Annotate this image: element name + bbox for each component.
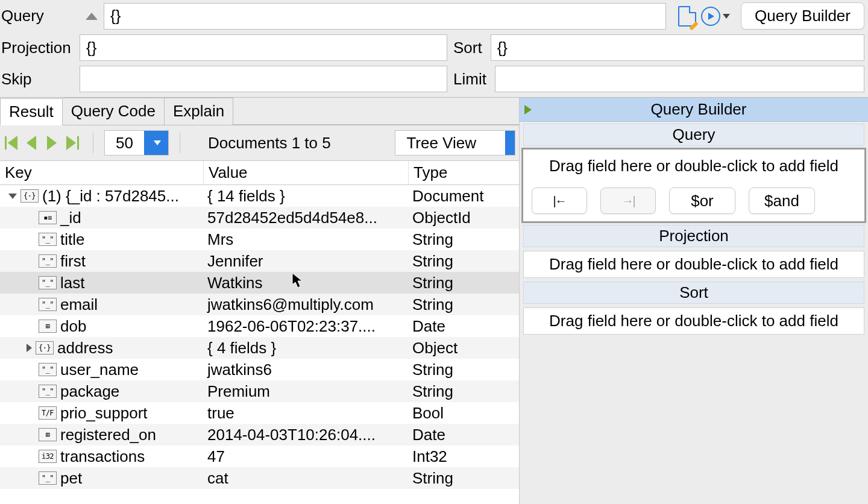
- tab-result[interactable]: Result: [0, 98, 63, 125]
- tree-row[interactable]: T/Fprio_supporttrueBool: [0, 402, 519, 424]
- tree-value: true: [204, 402, 409, 424]
- type-badge-icon: "_": [39, 298, 57, 311]
- chevron-down-icon[interactable]: [8, 194, 17, 199]
- projection-input[interactable]: [80, 34, 447, 61]
- type-badge-icon: ⊞: [39, 428, 57, 441]
- tree-type: String: [409, 250, 519, 272]
- tree-key-cell: "_"last: [0, 272, 204, 294]
- tree-key: registered_on: [60, 424, 156, 446]
- chevron-down-icon: [144, 131, 168, 155]
- toolbar-separator: [93, 133, 93, 153]
- tree-value: Premium: [204, 380, 409, 402]
- edit-query-icon[interactable]: [673, 4, 701, 28]
- query-builder-button[interactable]: Query Builder: [741, 2, 864, 30]
- tree-key: pet: [60, 467, 82, 489]
- tree-header: Key Value Type: [0, 161, 519, 185]
- skip-input[interactable]: [80, 66, 447, 92]
- prev-page-icon[interactable]: [22, 133, 41, 153]
- qb-outdent-button[interactable]: |←: [532, 187, 587, 214]
- tree-row[interactable]: "_"firstJenniferString: [0, 250, 519, 272]
- column-type[interactable]: Type: [409, 161, 519, 184]
- next-page-icon[interactable]: [42, 133, 61, 153]
- tree-value: { 14 fields }: [204, 185, 409, 207]
- tree-key-cell: {·}(1) {_id : 57d2845...: [0, 185, 204, 207]
- collapse-icon[interactable]: [80, 4, 104, 28]
- sort-input[interactable]: [491, 34, 864, 61]
- chevron-right-icon[interactable]: [27, 344, 32, 352]
- limit-label: Limit: [447, 70, 495, 89]
- last-page-icon[interactable]: [63, 133, 82, 153]
- tree-key-cell: "_"title: [0, 228, 204, 250]
- qb-or-button[interactable]: $or: [669, 187, 735, 214]
- tab-query-code[interactable]: Query Code: [63, 98, 165, 125]
- tree-key-cell: "_"package: [0, 380, 204, 402]
- tree-type: String: [409, 380, 519, 402]
- tree-key: last: [60, 272, 84, 294]
- tree-key-cell: T/Fprio_support: [0, 402, 204, 424]
- apply-arrow-icon[interactable]: [524, 105, 532, 115]
- type-badge-icon: T/F: [39, 406, 57, 420]
- tree-value: Jennifer: [204, 250, 409, 272]
- tree-row[interactable]: {·}address{ 4 fields }Object: [0, 337, 519, 359]
- tree-type: String: [409, 467, 519, 489]
- tree-row[interactable]: "_"lastWatkinsString: [0, 272, 519, 294]
- query-form: Query Query Builder Projection Sort Skip…: [0, 0, 868, 98]
- tree-row[interactable]: ⊞registered_on2014-04-03T10:26:04....Dat…: [0, 424, 519, 446]
- tree-key-cell: "_"pet: [0, 467, 204, 489]
- qb-projection-dropzone[interactable]: Drag field here or double-click to add f…: [523, 251, 864, 278]
- first-page-icon[interactable]: [1, 133, 20, 153]
- tree-row[interactable]: "_"packagePremiumString: [0, 380, 519, 402]
- tree-value: cat: [204, 467, 409, 489]
- tab-explain[interactable]: Explain: [165, 98, 233, 125]
- tree-row[interactable]: "_"user_namejwatkins6String: [0, 359, 519, 380]
- column-value[interactable]: Value: [204, 161, 409, 184]
- tree-row[interactable]: {·}(1) {_id : 57d2845...{ 14 fields }Doc…: [0, 185, 519, 207]
- tree-key-cell: {·}address: [0, 337, 204, 359]
- tree-key-cell: ⊞dob: [0, 315, 204, 337]
- tree-type: Int32: [409, 446, 519, 467]
- tree-key: transactions: [60, 446, 145, 467]
- tree-key-cell: "_"email: [0, 294, 204, 315]
- view-mode-value: Tree View: [395, 131, 505, 155]
- query-input[interactable]: [104, 3, 666, 30]
- type-badge-icon: "_": [39, 363, 57, 376]
- tree-row[interactable]: "_"emailjwatkins6@multiply.comString: [0, 294, 519, 315]
- tree-type: Date: [409, 315, 519, 337]
- tree-row[interactable]: ▪≡_id57d28452ed5d4d54e8...ObjectId: [0, 207, 519, 228]
- tree-row[interactable]: "_"titleMrsString: [0, 228, 519, 250]
- tree-key: (1) {_id : 57d2845...: [42, 185, 179, 207]
- run-query-button[interactable]: [701, 7, 730, 26]
- qb-section-sort: Sort: [523, 282, 864, 304]
- tree-row[interactable]: "_"petcatString: [0, 467, 519, 489]
- tree-type: String: [409, 228, 519, 250]
- tree-type: String: [409, 294, 519, 315]
- page-size-value: 50: [105, 131, 144, 155]
- tree-key-cell: i32transactions: [0, 446, 204, 467]
- tree-row[interactable]: ⊞dob1962-06-06T02:23:37....Date: [0, 315, 519, 337]
- tree-value: Mrs: [204, 228, 409, 250]
- tree-row[interactable]: i32transactions47Int32: [0, 446, 519, 467]
- tree-key: title: [60, 228, 84, 250]
- type-badge-icon: {·}: [20, 189, 39, 203]
- tree-value: 1962-06-06T02:23:37....: [204, 315, 409, 337]
- tree-key: first: [60, 250, 86, 272]
- document-range-label: Documents 1 to 5: [208, 134, 331, 153]
- qb-section-query: Query: [523, 124, 864, 146]
- limit-input[interactable]: [495, 66, 864, 92]
- column-key[interactable]: Key: [0, 161, 204, 184]
- tree-value: 47: [204, 446, 409, 467]
- page-size-select[interactable]: 50: [104, 130, 169, 156]
- qb-query-dropzone[interactable]: Drag field here or double-click to add f…: [532, 153, 856, 179]
- tree-key-cell: ⊞registered_on: [0, 424, 204, 446]
- qb-and-button[interactable]: $and: [749, 187, 815, 214]
- sort-label: Sort: [447, 39, 491, 57]
- tree-value: Watkins: [204, 272, 409, 294]
- tree-key-cell: ▪≡_id: [0, 207, 204, 228]
- type-badge-icon: "_": [39, 276, 57, 289]
- tree-key-cell: "_"user_name: [0, 359, 204, 380]
- type-badge-icon: i32: [39, 450, 57, 463]
- tree-type: String: [409, 359, 519, 380]
- tree-key: address: [57, 337, 113, 359]
- qb-sort-dropzone[interactable]: Drag field here or double-click to add f…: [523, 307, 864, 335]
- view-mode-select[interactable]: Tree View: [395, 130, 515, 156]
